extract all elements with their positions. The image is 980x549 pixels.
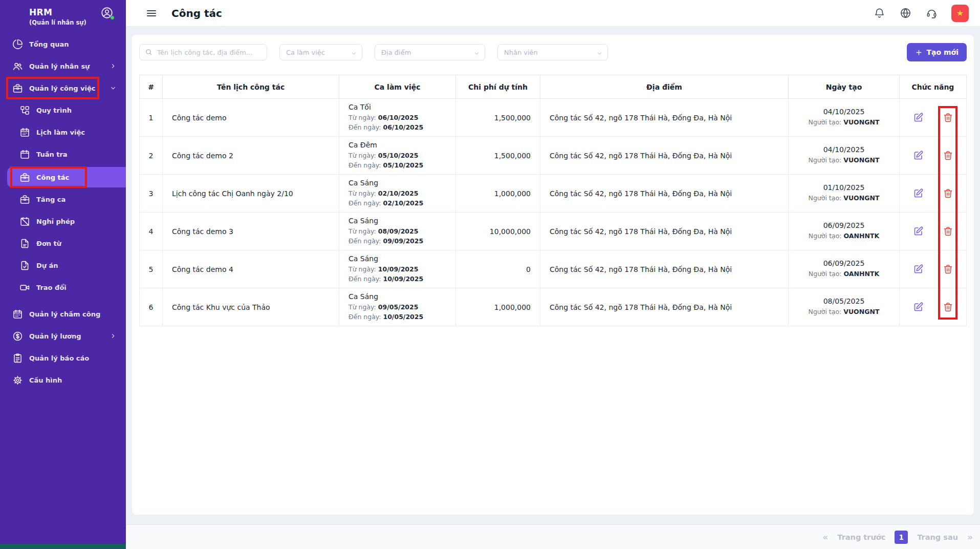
- shift-cell: Ca Sáng Từ ngày: 02/10/2025 Đến ngày: 02…: [339, 175, 456, 213]
- globe-icon: [900, 7, 911, 19]
- estimated-cost: 0: [456, 250, 540, 288]
- table-row: 2 Công tác demo 2 Ca Đêm Từ ngày: 05/10/…: [140, 137, 967, 175]
- to-date: Đến ngày: 10/09/2025: [349, 274, 455, 284]
- briefcase-icon: [19, 194, 30, 205]
- edit-pencil-icon: [913, 112, 924, 123]
- creator: Người tạo: OANHNTK: [789, 231, 899, 241]
- delete-button[interactable]: [942, 226, 953, 237]
- video-camera-icon: [19, 282, 30, 293]
- sidebar-item-du-an[interactable]: Dự án: [0, 256, 126, 274]
- actions-cell: [900, 175, 967, 213]
- created-date-cell: 08/05/2025 Người tạo: VUONGNT: [789, 288, 900, 326]
- hamburger-menu-button[interactable]: [145, 7, 158, 19]
- document-check-icon: [19, 260, 30, 271]
- user-profile-button[interactable]: [100, 6, 114, 19]
- sidebar-item-quan-ly-nhan-su[interactable]: Quản lý nhân sự: [0, 57, 126, 75]
- sidebar-item-don-tu[interactable]: Đơn từ: [0, 234, 126, 252]
- trip-name: Công tác demo 2: [163, 137, 339, 175]
- edit-pencil-icon: [913, 150, 924, 161]
- sidebar-item-tang-ca[interactable]: Tăng ca: [0, 190, 126, 208]
- create-new-button[interactable]: Tạo mới: [907, 43, 967, 61]
- trip-location: Công tác Số 42, ngõ 178 Thái Hà, Đống Đa…: [540, 250, 789, 288]
- sidebar-item-tuan-tra[interactable]: Tuần tra: [0, 145, 126, 163]
- topbar-actions: ★: [873, 5, 969, 22]
- workflow-icon: [19, 105, 30, 116]
- shift-name: Ca Sáng: [349, 255, 455, 263]
- search-icon: [145, 48, 153, 56]
- briefcase-icon: [19, 172, 30, 183]
- edit-button[interactable]: [912, 264, 924, 275]
- shift-filter-select[interactable]: Ca làm việc: [279, 44, 362, 60]
- location-filter-select[interactable]: Địa điểm: [375, 44, 485, 60]
- column-header-actions: Chức năng: [900, 75, 967, 99]
- estimated-cost: 1,000,000: [456, 288, 540, 326]
- employee-filter-select[interactable]: Nhân viên: [497, 44, 608, 60]
- delete-button[interactable]: [942, 264, 953, 275]
- sidebar-item-cong-tac[interactable]: Công tác: [7, 167, 126, 187]
- language-button[interactable]: [899, 7, 911, 19]
- to-date: Đến ngày: 06/10/2025: [349, 123, 455, 132]
- table-row: 3 Lịch công tác Chị Oanh ngày 2/10 Ca Sá…: [140, 175, 967, 213]
- trip-location: Công tác Số 42, ngõ 178 Thái Hà, Đống Đa…: [540, 288, 789, 326]
- star-icon: ★: [956, 9, 964, 17]
- sidebar-header: HRM (Quản lí nhân sự): [0, 0, 126, 32]
- row-index: 2: [140, 137, 163, 175]
- created-date-cell: 04/10/2025 Người tạo: VUONGNT: [789, 137, 900, 175]
- vietnam-flag-button[interactable]: ★: [951, 5, 969, 22]
- notifications-button[interactable]: [873, 7, 885, 19]
- table-header: # Tên lịch công tác Ca làm việc Chi phí …: [140, 75, 967, 99]
- table-row: 6 Công tác Khu vực của Thảo Ca Sáng Từ n…: [140, 288, 967, 326]
- edit-button[interactable]: [912, 112, 924, 123]
- from-date: Từ ngày: 02/10/2025: [349, 189, 455, 198]
- sidebar-item-quan-ly-luong[interactable]: Quản lý lương: [0, 327, 126, 345]
- actions-cell: [900, 288, 967, 326]
- content-area: Ca làm việc Địa điểm Nhân viên Tạo mới: [126, 27, 980, 524]
- sidebar-item-quan-ly-bao-cao[interactable]: Quản lý báo cáo: [0, 349, 126, 367]
- support-button[interactable]: [925, 7, 938, 19]
- next-page-arrow[interactable]: »: [967, 532, 973, 542]
- sidebar-item-nghi-phep[interactable]: Nghỉ phép: [0, 212, 126, 230]
- next-page-button[interactable]: Trang sau: [917, 533, 958, 541]
- shift-name: Ca Sáng: [349, 292, 455, 301]
- sidebar-item-trao-doi[interactable]: Trao đổi: [0, 278, 126, 297]
- prev-page-button[interactable]: Trang trước: [837, 533, 885, 541]
- main-area: Công tác ★: [126, 0, 980, 549]
- footer: « Trang trước 1 Trang sau »: [126, 524, 980, 549]
- sidebar-item-quan-ly-cong-viec[interactable]: Quản lý công việc: [0, 79, 126, 97]
- chevron-right-icon: [110, 62, 117, 70]
- column-header-created-date: Ngày tạo: [789, 75, 900, 99]
- sidebar-item-cau-hinh[interactable]: Cấu hình: [0, 371, 126, 389]
- delete-button[interactable]: [942, 150, 953, 161]
- to-date: Đến ngày: 09/09/2025: [349, 237, 455, 246]
- edit-button[interactable]: [912, 150, 924, 161]
- gear-icon: [12, 375, 23, 386]
- sidebar-item-tong-quan[interactable]: Tổng quan: [0, 35, 126, 53]
- search-input[interactable]: [139, 44, 267, 60]
- hamburger-icon: [145, 7, 158, 19]
- sidebar-bottom-strip: [0, 544, 126, 549]
- sidebar-item-quy-trinh[interactable]: Quy trình: [0, 101, 126, 119]
- edit-button[interactable]: [912, 188, 924, 199]
- bell-icon: [874, 7, 885, 19]
- created-date-cell: 06/09/2025 Người tạo: OANHNTK: [789, 250, 900, 288]
- edit-pencil-icon: [913, 264, 924, 274]
- row-index: 4: [140, 213, 163, 250]
- pie-chart-icon: [12, 39, 23, 50]
- prev-page-arrow[interactable]: «: [822, 532, 828, 542]
- current-page-button[interactable]: 1: [895, 531, 908, 544]
- edit-button[interactable]: [912, 226, 924, 237]
- delete-button[interactable]: [942, 112, 953, 123]
- plus-icon: [915, 49, 923, 56]
- sidebar-item-quan-ly-cham-cong[interactable]: Quản lý chấm công: [0, 305, 126, 323]
- content-card: Ca làm việc Địa điểm Nhân viên Tạo mới: [132, 35, 974, 515]
- delete-button[interactable]: [942, 188, 953, 199]
- delete-button[interactable]: [942, 302, 953, 313]
- trash-icon: [943, 150, 953, 161]
- created-date-cell: 04/10/2025 Người tạo: VUONGNT: [789, 99, 900, 137]
- edit-button[interactable]: [912, 302, 924, 313]
- headset-icon: [926, 7, 938, 19]
- trip-name: Công tác demo 4: [163, 250, 339, 288]
- filter-bar: Ca làm việc Địa điểm Nhân viên Tạo mới: [139, 43, 967, 61]
- sidebar-item-lich-lam-viec[interactable]: Lịch làm việc: [0, 123, 126, 141]
- chevron-right-icon: [110, 332, 117, 340]
